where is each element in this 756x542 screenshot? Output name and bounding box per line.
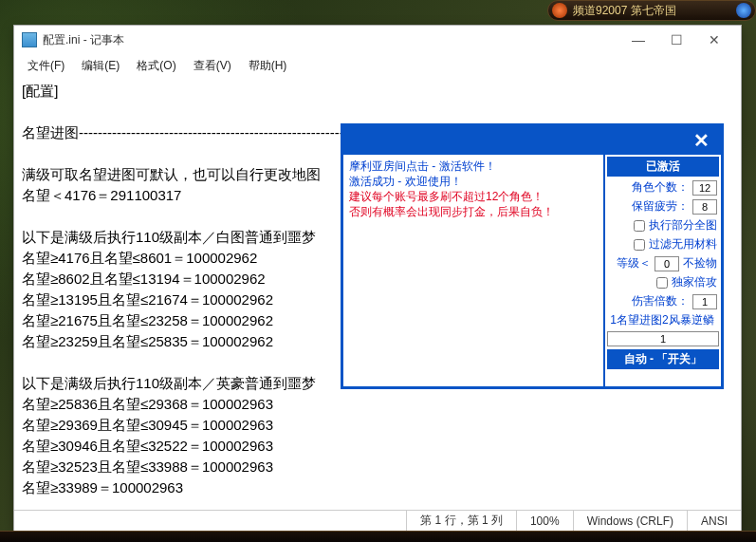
status-zoom: 100%	[516, 511, 573, 531]
menu-edit[interactable]: 编辑(E)	[74, 56, 127, 76]
keep-fatigue-label: 保留疲劳：	[632, 198, 689, 215]
exclusive-checkbox[interactable]	[656, 277, 668, 289]
dmg-mult-input[interactable]	[692, 294, 717, 309]
filter-useless-checkbox[interactable]	[634, 239, 645, 251]
titlebar[interactable]: 配置.ini - 记事本 — ☐ ✕	[14, 26, 741, 54]
overlay-message-area: 摩利亚房间点击 - 激活软件！ 激活成功 - 欢迎使用！ 建议每个账号最多刷不超…	[343, 155, 603, 386]
overlay-titlebar[interactable]: ✕	[343, 126, 721, 155]
overlay-msg-3: 建议每个账号最多刷不超过12个角色！	[349, 189, 598, 204]
menu-help[interactable]: 帮助(H)	[241, 56, 295, 76]
menu-format[interactable]: 格式(O)	[129, 56, 183, 76]
level-lt-input[interactable]	[655, 256, 679, 271]
maximize-button[interactable]: ☐	[657, 28, 695, 52]
exclusive-label: 独家倍攻	[672, 274, 717, 290]
minimize-button[interactable]: —	[619, 28, 657, 52]
exec-partial-label: 执行部分全图	[649, 217, 717, 234]
menu-file[interactable]: 文件(F)	[20, 56, 72, 76]
mode-input[interactable]	[607, 331, 719, 346]
overlay-msg-1: 摩利亚房间点击 - 激活软件！	[349, 159, 598, 174]
menubar: 文件(F) 编辑(E) 格式(O) 查看(V) 帮助(H)	[14, 54, 741, 77]
statusbar: 第 1 行，第 1 列 100% Windows (CRLF) ANSI	[14, 510, 741, 531]
keep-fatigue-input[interactable]	[692, 199, 717, 215]
role-count-label: 角色个数：	[632, 179, 689, 196]
filter-useless-label: 过滤无用材料	[649, 236, 717, 252]
overlay-controls: 已激活 角色个数： 保留疲劳： 执行部分全图 过滤无用材料 等级＜ 不捡物	[603, 155, 721, 386]
overlay-msg-4: 否则有概率会出现同步打金，后果自负！	[349, 204, 598, 219]
tool-overlay-panel[interactable]: ✕ 摩利亚房间点击 - 激活软件！ 激活成功 - 欢迎使用！ 建议每个账号最多刷…	[341, 123, 724, 389]
menu-view[interactable]: 查看(V)	[186, 56, 239, 76]
status-pos: 第 1 行，第 1 列	[406, 511, 516, 531]
no-pickup-label: 不捡物	[683, 255, 717, 271]
game-bottom-bar	[0, 531, 756, 542]
mode-label: 1名望进图2风暴逆鳞	[610, 312, 713, 328]
exec-partial-checkbox[interactable]	[634, 220, 645, 232]
close-button[interactable]: ✕	[695, 28, 733, 52]
level-lt-label: 等级＜	[617, 255, 651, 271]
channel-text: 频道92007 第七帝国	[573, 4, 676, 17]
dmg-mult-label: 伤害倍数：	[632, 293, 689, 309]
auto-toggle-button[interactable]: 自动 - 「开关」	[607, 349, 719, 369]
notepad-icon	[22, 32, 37, 47]
game-channel-header: 频道92007 第七帝国	[547, 0, 756, 21]
status-eol: Windows (CRLF)	[573, 511, 687, 531]
role-count-input[interactable]	[692, 180, 717, 196]
status-enc: ANSI	[687, 511, 741, 531]
activated-badge: 已激活	[607, 157, 719, 177]
overlay-close-icon[interactable]: ✕	[688, 129, 715, 152]
window-title: 配置.ini - 记事本	[43, 32, 619, 48]
overlay-msg-2: 激活成功 - 欢迎使用！	[349, 174, 598, 189]
